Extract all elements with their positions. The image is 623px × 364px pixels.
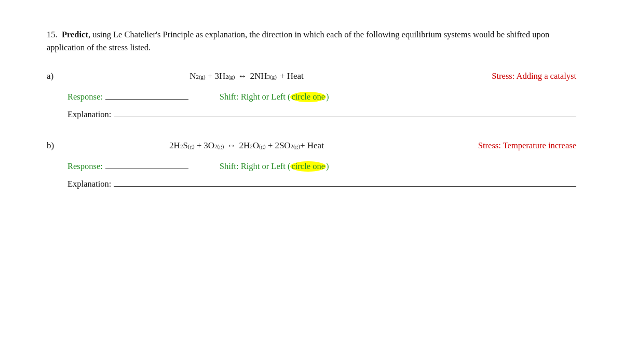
part-a-explanation-row: Explanation:: [67, 109, 576, 120]
part-a-equation: N2(g) + 3H2(g) ↔ 2NH3(g) + Heat: [67, 71, 426, 81]
part-a-response-line[interactable]: [105, 99, 188, 100]
part-a-response-label: Response:: [67, 92, 103, 102]
question-header: 15. Predict, using Le Chatelier's Princi…: [47, 29, 576, 54]
part-b-stress: Stress: Temperature increase: [426, 141, 576, 151]
part-b-explanation-row: Explanation:: [67, 179, 576, 189]
part-b-label: b): [47, 139, 67, 151]
question-number: 15.: [47, 30, 58, 39]
part-a: a) N2(g) + 3H2(g) ↔ 2NH3(g) + Heat Stres…: [47, 70, 576, 120]
part-b-circle-one: circle one: [290, 161, 326, 172]
part-a-label: a): [47, 70, 67, 81]
part-b-explanation-label: Explanation:: [67, 179, 111, 189]
part-b-response-label: Response:: [67, 161, 103, 172]
part-a-circle-one: circle one: [290, 92, 326, 102]
part-b: b) 2H2S(g) + 3O2(g) ↔ 2H2O(g) + 2SO2(g)+…: [47, 139, 576, 189]
part-b-response-line[interactable]: [105, 169, 188, 169]
part-b-response-row: Response: Shift: Right or Left (circle o…: [67, 161, 576, 172]
question-bold-word: Predict: [62, 30, 88, 39]
page: 15. Predict, using Le Chatelier's Princi…: [0, 0, 623, 230]
part-b-explanation-line[interactable]: [114, 186, 576, 187]
part-b-shift-text: Shift: Right or Left (circle one): [220, 161, 329, 172]
part-a-explanation-line[interactable]: [114, 117, 576, 117]
part-a-response-row: Response: Shift: Right or Left (circle o…: [67, 92, 576, 102]
part-a-shift-text: Shift: Right or Left (circle one): [220, 92, 329, 102]
question-text: , using Le Chatelier's Principle as expl…: [47, 30, 549, 52]
part-b-equation: 2H2S(g) + 3O2(g) ↔ 2H2O(g) + 2SO2(g)+ He…: [67, 141, 426, 151]
part-a-equation-row: a) N2(g) + 3H2(g) ↔ 2NH3(g) + Heat Stres…: [47, 70, 576, 81]
part-b-equation-row: b) 2H2S(g) + 3O2(g) ↔ 2H2O(g) + 2SO2(g)+…: [47, 139, 576, 151]
part-a-stress: Stress: Adding a catalyst: [426, 71, 576, 81]
part-a-explanation-label: Explanation:: [67, 109, 111, 120]
